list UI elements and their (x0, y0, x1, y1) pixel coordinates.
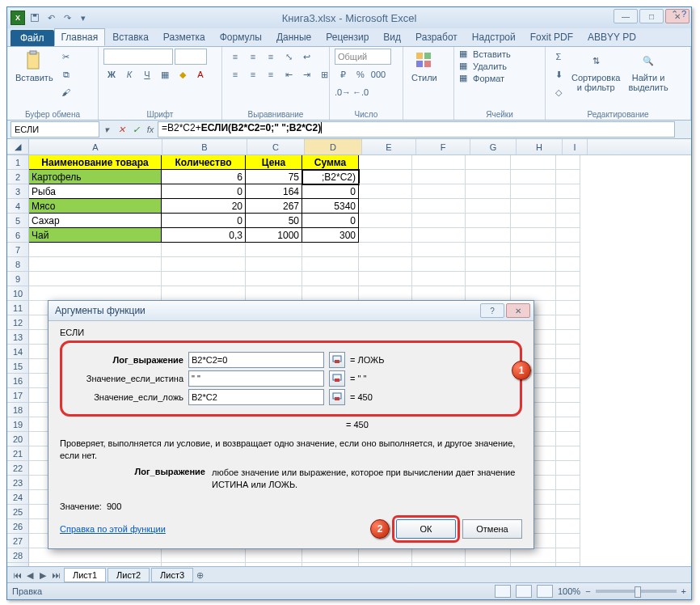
cell[interactable] (412, 548, 466, 563)
cell[interactable] (556, 214, 580, 228)
arg-input[interactable] (188, 389, 324, 405)
row-header[interactable]: 6 (7, 228, 29, 243)
fb-cancel-icon[interactable]: ✕ (114, 122, 129, 137)
cell[interactable]: Картофель (29, 170, 162, 184)
cell[interactable] (359, 170, 412, 184)
sheet-tab-2[interactable]: Лист2 (108, 568, 150, 582)
cell[interactable]: 267 (246, 199, 302, 214)
row-header[interactable]: 8 (7, 257, 29, 272)
cell[interactable] (162, 257, 246, 272)
cell[interactable] (556, 257, 580, 272)
cell[interactable] (246, 548, 302, 563)
select-all-corner[interactable]: ◢ (7, 139, 29, 154)
arg-input[interactable] (188, 370, 324, 387)
tab-view[interactable]: Вид (376, 28, 408, 46)
fb-dropdown-icon[interactable]: ▾ (99, 122, 114, 137)
row-header[interactable]: 21 (7, 446, 29, 461)
view-layout-icon[interactable] (516, 585, 532, 598)
cell[interactable] (556, 548, 580, 563)
cell[interactable]: 1000 (246, 228, 302, 243)
cell[interactable] (302, 243, 359, 257)
cell[interactable] (556, 199, 580, 214)
cell[interactable] (556, 170, 580, 184)
cell[interactable] (412, 272, 466, 286)
align-top-icon[interactable]: ≡ (227, 49, 243, 65)
cell[interactable] (412, 214, 466, 228)
row-header[interactable]: 23 (7, 476, 29, 490)
cancel-button[interactable]: Отмена (462, 519, 522, 539)
cell[interactable] (556, 286, 580, 301)
row-header[interactable]: 13 (7, 330, 29, 345)
cell[interactable]: 0 (162, 184, 246, 199)
cell[interactable] (556, 490, 580, 505)
cell[interactable] (412, 199, 466, 214)
cell[interactable] (359, 257, 412, 272)
row-header[interactable]: 9 (7, 272, 29, 286)
cell[interactable] (556, 534, 580, 548)
font-name-combo[interactable] (103, 49, 173, 65)
cell[interactable] (511, 286, 556, 301)
view-normal-icon[interactable] (495, 585, 511, 598)
align-bot-icon[interactable]: ≡ (263, 49, 279, 65)
tab-file[interactable]: Файл (11, 30, 54, 46)
find-select-button[interactable]: 🔍Найти и выделить (625, 49, 671, 94)
italic-icon[interactable]: К (121, 66, 137, 82)
cell[interactable] (466, 170, 511, 184)
row-header[interactable]: 19 (7, 417, 29, 432)
cut-icon[interactable]: ✂ (58, 49, 74, 65)
copy-icon[interactable]: ⧉ (58, 66, 74, 82)
cell[interactable] (412, 286, 466, 301)
cell[interactable] (412, 170, 466, 184)
cell[interactable] (511, 243, 556, 257)
align-center-icon[interactable]: ≡ (245, 66, 261, 82)
underline-icon[interactable]: Ч (139, 66, 155, 82)
tab-formulas[interactable]: Формулы (213, 28, 269, 46)
font-color-icon[interactable]: A (192, 66, 209, 82)
font-size-combo[interactable] (175, 49, 207, 65)
range-selector-icon[interactable] (329, 352, 345, 368)
align-left-icon[interactable]: ≡ (227, 66, 243, 82)
cell[interactable] (556, 461, 580, 476)
cell[interactable] (359, 548, 412, 563)
tab-insert[interactable]: Вставка (105, 28, 156, 46)
cell[interactable] (466, 155, 511, 170)
border-icon[interactable]: ▦ (157, 66, 173, 82)
row-header[interactable]: 2 (7, 170, 29, 184)
cells-insert-button[interactable]: ▦ Вставить (459, 49, 511, 59)
tab-dev[interactable]: Разработ (408, 28, 465, 46)
cells-format-button[interactable]: ▦ Формат (459, 73, 504, 83)
cell[interactable] (466, 199, 511, 214)
cell[interactable] (466, 243, 511, 257)
col-header-H[interactable]: H (517, 139, 563, 154)
col-header-A[interactable]: A (29, 139, 162, 154)
cell[interactable] (556, 330, 580, 345)
cell[interactable] (412, 155, 466, 170)
cell[interactable] (556, 228, 580, 243)
row-header[interactable]: 22 (7, 461, 29, 476)
cell[interactable] (466, 257, 511, 272)
row-header[interactable]: 27 (7, 534, 29, 548)
row-header[interactable]: 28 (7, 548, 29, 563)
zoom-in-icon[interactable]: + (681, 586, 686, 596)
tab-layout[interactable]: Разметка (156, 28, 213, 46)
cell[interactable] (556, 446, 580, 461)
cell[interactable] (29, 272, 162, 286)
cell[interactable] (511, 257, 556, 272)
sheet-nav-prev-icon[interactable]: ◀ (23, 569, 36, 582)
sheet-nav-first-icon[interactable]: ⏮ (11, 569, 23, 582)
fill-color-icon[interactable]: ◆ (175, 66, 191, 82)
format-painter-icon[interactable]: 🖌 (58, 84, 74, 100)
qat-dropdown-icon[interactable]: ▾ (77, 11, 90, 24)
dialog-close-button[interactable]: ✕ (506, 303, 530, 318)
col-header-E[interactable]: E (362, 139, 416, 154)
autosum-icon[interactable]: Σ (550, 49, 567, 65)
row-header[interactable]: 4 (7, 199, 29, 214)
cell[interactable] (162, 272, 246, 286)
cell[interactable] (511, 272, 556, 286)
cell[interactable] (302, 257, 359, 272)
cell[interactable] (466, 228, 511, 243)
row-header[interactable]: 16 (7, 374, 29, 388)
range-selector-icon[interactable] (329, 389, 345, 405)
cell[interactable] (556, 345, 580, 359)
cell[interactable] (359, 272, 412, 286)
